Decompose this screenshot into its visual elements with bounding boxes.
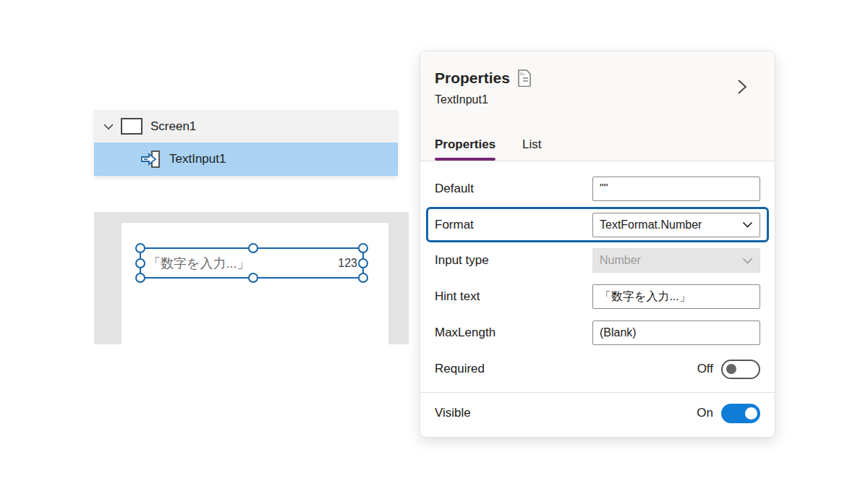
property-row-input-type: Input type Number (435, 242, 760, 279)
selected-control-name: TextInput1 (435, 93, 760, 106)
text-input-icon (140, 149, 161, 169)
screen-icon (121, 118, 142, 135)
input-value: "" (600, 182, 608, 195)
visible-toggle[interactable] (721, 404, 760, 423)
input-type-dropdown-disabled: Number (592, 248, 760, 273)
chevron-down-icon (742, 258, 753, 264)
property-row-hint-text: Hint text 「数字を入力...」 (435, 279, 760, 315)
toggle-state-label: On (697, 406, 713, 420)
textinput-hint-text: 「数字を入力...」 (141, 255, 338, 272)
property-label: Visible (435, 406, 471, 420)
canvas-backdrop: 「数字を入力...」 123 (94, 212, 409, 344)
document-icon: 0+ (517, 69, 532, 87)
properties-list: Default "" Format TextFormat.Number Inpu… (420, 161, 775, 433)
chevron-down-icon[interactable] (103, 123, 114, 130)
toggle-knob (726, 364, 736, 374)
tree-item-label: Screen1 (150, 119, 196, 134)
panel-title: Properties (435, 69, 510, 87)
svg-text:0+: 0+ (520, 72, 525, 76)
tab-properties[interactable]: Properties (435, 137, 495, 161)
maxlength-input[interactable]: (Blank) (592, 320, 760, 345)
property-label: Format (435, 218, 474, 232)
resize-handle-e[interactable] (358, 258, 368, 268)
property-row-format: Format TextFormat.Number (435, 209, 760, 240)
resize-handle-s[interactable] (248, 273, 258, 283)
required-toggle[interactable] (721, 360, 760, 379)
app-canvas[interactable]: 「数字を入力...」 123 (122, 223, 388, 344)
input-value: 「数字を入力...」 (600, 289, 691, 305)
property-label: Input type (435, 253, 489, 268)
property-row-visible: Visible On (435, 393, 760, 433)
resize-handle-se[interactable] (358, 273, 368, 283)
input-value: (Blank) (600, 326, 637, 339)
hint-text-input[interactable]: 「数字を入力...」 (592, 284, 760, 309)
resize-handle-w[interactable] (135, 258, 145, 268)
format-dropdown[interactable]: TextFormat.Number (592, 213, 760, 237)
property-label: Default (435, 182, 474, 196)
tree-item-textinput1[interactable]: TextInput1 (94, 143, 398, 176)
property-label: Required (435, 362, 485, 376)
panel-tabs: Properties List (435, 137, 542, 161)
property-row-default: Default "" (435, 171, 760, 207)
tree-item-label: TextInput1 (169, 152, 226, 166)
chevron-down-icon (742, 221, 753, 228)
toggle-knob (745, 407, 757, 420)
property-label: MaxLength (435, 326, 495, 340)
tab-list[interactable]: List (522, 137, 541, 161)
format-row-highlight: Format TextFormat.Number (426, 207, 769, 242)
resize-handle-nw[interactable] (135, 243, 145, 253)
toggle-state-label: Off (697, 362, 713, 376)
textinput-control[interactable]: 「数字を入力...」 123 (140, 247, 364, 279)
default-value-input[interactable]: "" (592, 177, 760, 201)
tree-view: Screen1 TextInput1 (94, 110, 398, 176)
tree-item-screen1[interactable]: Screen1 (94, 110, 398, 143)
resize-handle-n[interactable] (248, 243, 258, 253)
dropdown-value: Number (600, 254, 641, 267)
resize-handle-ne[interactable] (358, 243, 368, 253)
properties-panel-header: Properties 0+ TextInput1 Properties List (420, 51, 775, 161)
property-row-maxlength: MaxLength (Blank) (435, 315, 760, 351)
dropdown-value: TextFormat.Number (600, 218, 702, 232)
property-label: Hint text (435, 289, 480, 304)
collapse-panel-button[interactable] (734, 77, 750, 96)
property-row-required: Required Off (435, 351, 760, 387)
properties-panel: Properties 0+ TextInput1 Properties List… (420, 51, 775, 438)
resize-handle-sw[interactable] (135, 273, 145, 283)
